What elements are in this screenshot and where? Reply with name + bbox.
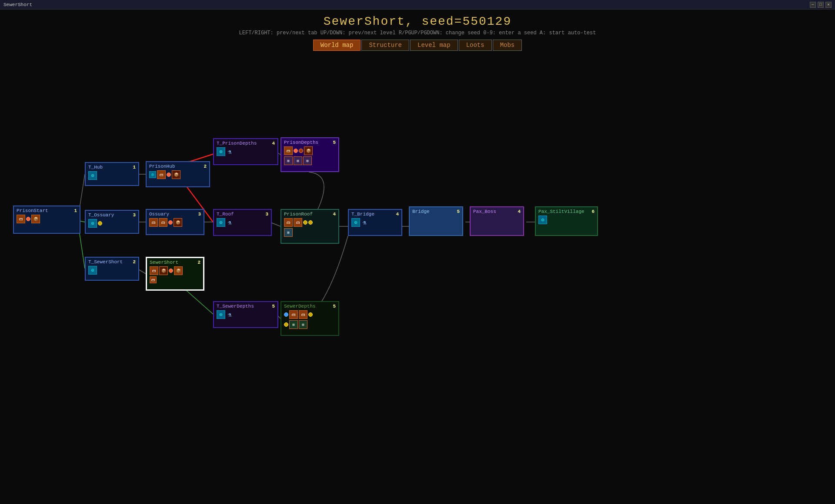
dot-icon: [26, 217, 30, 221]
chest-dark-icon: 📦: [172, 170, 180, 179]
node-t-ossuary-icons: ⊙: [88, 219, 136, 228]
chest-icon: 🗃: [157, 170, 166, 179]
chest-icon: 🗃: [150, 266, 158, 275]
node-pax-stilt-village[interactable]: Pax_StiltVillage 6 ⊙: [535, 206, 598, 236]
node-t-ossuary[interactable]: T_Ossuary 3 ⊙: [85, 210, 139, 234]
chest-o3-icon: ⊞: [303, 156, 312, 165]
cyan-orb-icon: ⊙: [88, 266, 97, 275]
chest-icon: 🗃: [284, 218, 293, 227]
node-sewer-depths-title: SewerDepths 5: [284, 304, 336, 309]
node-prison-roof[interactable]: PrisonRoof 4 🗃 🗃 ⊞: [281, 209, 339, 244]
node-prison-start-icons: 🗃 📦: [17, 215, 77, 223]
cyan-orb-icon: ⊙: [351, 218, 360, 227]
node-t-sewer-depths[interactable]: T_SewerDepths 5 ⊙ ⚗: [213, 301, 278, 328]
chest-icon: 🗃: [17, 215, 25, 223]
node-prison-roof-title: PrisonRoof 4: [284, 212, 336, 217]
node-prison-hub-title: PrisonHub 2: [149, 164, 207, 169]
tab-mobs[interactable]: Mobs: [493, 40, 522, 51]
node-t-bridge-icons: ⊙ ⚗: [351, 218, 399, 227]
node-sewer-depths-icons2: ⊞ ⊞: [284, 320, 336, 329]
chest2-icon: 🗃: [299, 310, 307, 319]
node-prison-roof-icons2: ⊞: [284, 228, 336, 237]
node-sewer-depths[interactable]: SewerDepths 5 🗃 🗃 ⊞ ⊞: [281, 301, 339, 336]
node-t-roof-title: T_Roof 3: [217, 212, 268, 217]
flask-icon: ⚗: [361, 219, 368, 226]
node-pax-stilt-village-title: Pax_StiltVillage 6: [538, 209, 595, 214]
node-t-roof[interactable]: T_Roof 3 ⊙ ⚗: [213, 209, 272, 236]
node-prison-hub[interactable]: PrisonHub 2 ⊙ 🗃 📦: [146, 161, 210, 187]
node-t-bridge-title: T_Bridge 4: [351, 212, 399, 217]
chest-icon: 🗃: [149, 218, 158, 227]
dot-icon: [168, 220, 173, 225]
chest-o2-icon: ⊞: [299, 320, 307, 329]
cyan-orb-icon: ⊙: [88, 171, 97, 180]
node-t-sewer-depths-icons: ⊙ ⚗: [217, 310, 275, 319]
dot-icon: [169, 269, 173, 273]
node-t-sewerShort[interactable]: T_SewerShort 2 ⊙: [85, 257, 139, 281]
main-title: SewerShort, seed=550129: [0, 15, 835, 28]
node-sewer-depths-icons: 🗃 🗃: [284, 310, 336, 319]
chest-open-icon: 📦: [31, 215, 40, 223]
flask-icon: ⚗: [226, 148, 233, 155]
node-ossuary-icons: 🗃 🗃 📦: [149, 218, 201, 227]
dot-icon: [167, 172, 171, 177]
chest-o1-icon: ⊞: [284, 156, 293, 165]
node-t-sewershort-icons: ⊙: [88, 266, 136, 275]
node-sewer-short-icons2: 🗃: [150, 276, 200, 283]
node-prison-depths-icons2: ⊞ ⊞ ⊞: [284, 156, 336, 165]
chest2-icon: 🗃: [159, 218, 167, 227]
chest-dark-icon: 📦: [304, 146, 313, 155]
node-t-hub[interactable]: T_Hub 1 ⊙: [85, 162, 139, 186]
node-t-ossuary-title: T_Ossuary 3: [88, 212, 136, 218]
chest-dark-icon: 📦: [174, 218, 182, 227]
yellow-dot-icon: [303, 220, 307, 225]
dot-red-icon: [294, 149, 298, 153]
title-bar: SewerShort ─ □ ✕: [0, 0, 835, 10]
cyan-orb-icon: ⊙: [217, 218, 225, 227]
node-sewer-short-title: SewerShort 2: [150, 260, 200, 265]
node-pax-boss[interactable]: Pax_Boss 4: [470, 206, 524, 236]
node-t-prison-depths-title: T_PrisonDepths 4: [217, 141, 275, 146]
map-container: PrisonStart 1 🗃 📦 T_Hub 1 ⊙ T_Ossuary 3 …: [0, 53, 835, 479]
node-t-bridge[interactable]: T_Bridge 4 ⊙ ⚗: [348, 209, 402, 236]
node-prison-roof-icons: 🗃 🗃: [284, 218, 336, 227]
node-prison-hub-icons: ⊙ 🗃 📦: [149, 170, 207, 179]
window-title: SewerShort: [3, 2, 32, 7]
node-bridge[interactable]: Bridge 5: [409, 206, 463, 236]
yellow-dot2-icon: [308, 220, 313, 225]
node-prison-start[interactable]: PrisonStart 1 🗃 📦: [13, 206, 80, 234]
node-t-hub-icons: ⊙: [88, 171, 136, 180]
node-prison-depths[interactable]: PrisonDepths 5 🗃 📦 ⊞ ⊞ ⊞: [281, 137, 339, 172]
node-bridge-title: Bridge 5: [412, 209, 460, 214]
tab-level-map[interactable]: Level map: [410, 40, 458, 51]
node-t-prison-depths[interactable]: T_PrisonDepths 4 ⊙ ⚗: [213, 138, 278, 165]
chest-o-icon: ⊞: [284, 228, 293, 237]
node-ossuary-title: Ossuary 3: [149, 212, 201, 217]
node-pax-stilt-icons: ⊙: [538, 216, 595, 224]
yellow-dot-icon: [98, 221, 102, 225]
tab-loots[interactable]: Loots: [459, 40, 492, 51]
node-t-sewershort-title: T_SewerShort 2: [88, 259, 136, 265]
tab-world-map[interactable]: World map: [313, 40, 361, 51]
node-prison-depths-icons: 🗃 📦: [284, 146, 336, 155]
cyan-orb-icon: ⊙: [538, 216, 547, 224]
cyan-orb-icon: ⊙: [217, 310, 225, 319]
blue-dot-icon: [284, 312, 288, 317]
node-pax-boss-title: Pax_Boss 4: [473, 209, 521, 214]
node-ossuary[interactable]: Ossuary 3 🗃 🗃 📦: [146, 209, 204, 235]
flask-icon: ⚗: [226, 311, 233, 318]
window-controls: ─ □ ✕: [810, 2, 832, 8]
maximize-button[interactable]: □: [818, 2, 824, 8]
tab-structure[interactable]: Structure: [361, 40, 409, 51]
node-sewer-short[interactable]: SewerShort 2 🗃 📦 📦 🗃: [146, 257, 204, 291]
close-button[interactable]: ✕: [825, 2, 832, 8]
node-t-hub-title: T_Hub 1: [88, 165, 136, 170]
yellow-dot-icon: [308, 312, 313, 317]
flask-icon: ⚗: [226, 219, 233, 226]
node-prison-depths-title: PrisonDepths 5: [284, 140, 336, 145]
minimize-button[interactable]: ─: [810, 2, 816, 8]
node-t-roof-icons: ⊙ ⚗: [217, 218, 268, 227]
cyan-orb-icon: ⊙: [88, 219, 97, 228]
chest-o1-icon: ⊞: [289, 320, 298, 329]
chest-icon: 🗃: [289, 310, 298, 319]
